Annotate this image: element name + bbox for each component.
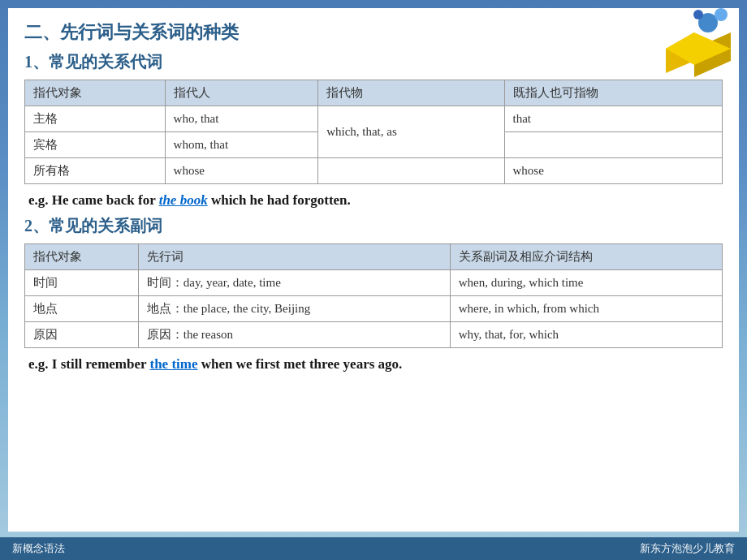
example1-prefix: e.g. He came back for [28, 192, 159, 208]
section-title: 二、先行词与关系词的种类 [24, 20, 723, 45]
example1-suffix: which he had forgotten. [208, 192, 351, 208]
table1-r1-c3: which, that, as [318, 106, 504, 158]
table-row: 地点 地点：the place, the city, Beijing where… [25, 296, 723, 322]
table2-r1-c2: 时间：day, year, date, time [138, 270, 450, 296]
table2-r3-c3: why, that, for, which [450, 322, 722, 348]
example2-middle: when [198, 356, 233, 372]
table1-r2-c2: whom, that [165, 132, 318, 158]
table2-header-0: 指代对象 [25, 244, 139, 270]
corner-decoration [650, 8, 739, 84]
main-container: 二、先行词与关系词的种类 1、常见的关系代词 指代对象 指代人 指代物 既指人也… [8, 8, 739, 532]
table2-r1-c3: when, during, which time [450, 270, 722, 296]
example1-underlined: the book [159, 192, 208, 208]
table1-header-2: 指代物 [318, 80, 504, 106]
table-row: 原因 原因：the reason why, that, for, which [25, 322, 723, 348]
table2-r3-c2: 原因：the reason [138, 322, 450, 348]
table2-r2-c2: 地点：the place, the city, Beijing [138, 296, 450, 322]
svg-point-4 [715, 8, 728, 21]
sub-title-2: 2、常见的关系副词 [24, 215, 723, 237]
footer-left: 新概念语法 [12, 541, 65, 556]
table1-r3-c4: whose [504, 158, 722, 184]
sub-title-1: 1、常见的关系代词 [24, 51, 723, 73]
footer-right: 新东方泡泡少儿教育 [640, 541, 735, 556]
table1-header-1: 指代人 [165, 80, 318, 106]
table1-header-0: 指代对象 [25, 80, 166, 106]
table-row: 主格 who, that which, that, as that [25, 106, 723, 132]
table2-r2-c3: where, in which, from which [450, 296, 722, 322]
table1: 指代对象 指代人 指代物 既指人也可指物 主格 who, that which,… [24, 80, 723, 184]
table1-r2-c1: 宾格 [25, 132, 166, 158]
table1-r1-c2: who, that [165, 106, 318, 132]
table1-r3-c1: 所有格 [25, 158, 166, 184]
table2-r2-c1: 地点 [25, 296, 139, 322]
table2: 指代对象 先行词 关系副词及相应介词结构 时间 时间：day, year, da… [24, 243, 723, 348]
bottom-bar: 新概念语法 新东方泡泡少儿教育 [0, 537, 747, 560]
example2-prefix: e.g. I still remember [28, 356, 150, 372]
example2-suffix: we first met three years ago. [233, 356, 403, 372]
table-row: 时间 时间：day, year, date, time when, during… [25, 270, 723, 296]
table1-r2-c4 [504, 132, 722, 158]
table1-r3-c3 [318, 158, 504, 184]
table2-r1-c1: 时间 [25, 270, 139, 296]
example1-line: e.g. He came back for the book which he … [24, 192, 723, 209]
table-row: 所有格 whose whose [25, 158, 723, 184]
table1-r1-c1: 主格 [25, 106, 166, 132]
table2-header-1: 先行词 [138, 244, 450, 270]
table2-header-2: 关系副词及相应介词结构 [450, 244, 722, 270]
svg-point-5 [693, 10, 703, 19]
table1-r1-c4: that [504, 106, 722, 132]
example2-line: e.g. I still remember the time when we f… [24, 356, 723, 373]
table1-r3-c2: whose [165, 158, 318, 184]
table2-r3-c1: 原因 [25, 322, 139, 348]
example2-underlined: the time [150, 356, 198, 372]
